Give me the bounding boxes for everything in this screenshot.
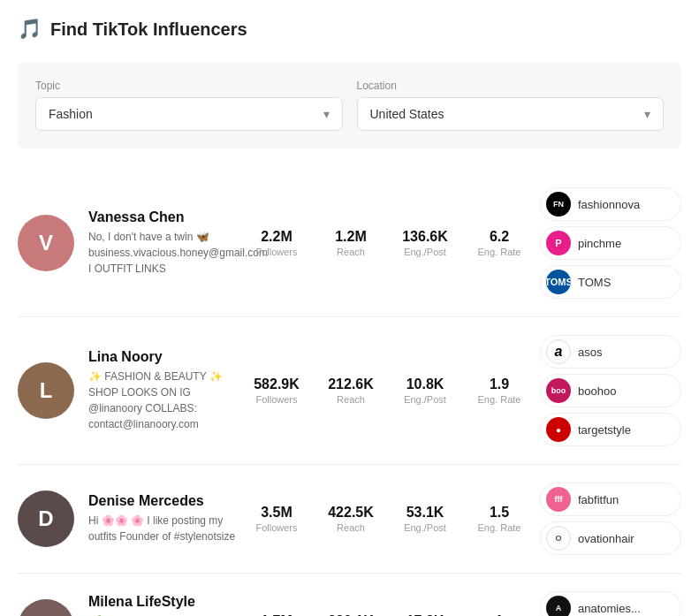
brand-name: anatomies... — [578, 602, 641, 615]
stat-value: 1.2M — [324, 229, 377, 245]
page-container: 🎵 Find TikTok Influencers Topic Fashion … — [0, 0, 699, 616]
brand-name: fashionnova — [578, 198, 640, 211]
avatar: L — [18, 362, 74, 419]
stat-value: 3.5M — [250, 505, 303, 521]
brand-logo: O — [546, 526, 571, 551]
brand-item[interactable]: TOMSTOMS — [540, 265, 681, 299]
influencer-name: Denise Mercedes — [88, 493, 236, 509]
influencer-card[interactable]: DDenise MercedesHi 🌸🌸 🌸 I like posting m… — [18, 465, 681, 574]
influencer-list: VVanessa ChenNo, I don't have a twin 🦋 b… — [18, 170, 681, 616]
influencer-bio: No, I don't have a twin 🦋 business.vivac… — [88, 229, 236, 277]
stat-label: Eng./Post — [399, 247, 452, 257]
brand-item[interactable]: aasos — [540, 335, 681, 369]
location-chevron-icon: ▾ — [644, 107, 650, 121]
influencer-bio: Hi 🌸🌸 🌸 I like posting my outfits Founde… — [88, 513, 236, 544]
stat-label: Eng. Rate — [473, 522, 526, 533]
brand-logo: boo — [546, 378, 571, 403]
brand-name: targetstyle — [578, 423, 631, 437]
influencer-stats: 2.2MFollowers1.2MReach136.6KEng./Post6.2… — [250, 229, 526, 257]
influencer-name: Vanessa Chen — [88, 209, 236, 225]
brand-item[interactable]: FNfashionnova — [540, 187, 681, 221]
brand-item[interactable]: ●targetstyle — [540, 413, 681, 446]
stat-label: Eng./Post — [399, 522, 452, 533]
stat-reach: 1.2MReach — [324, 229, 377, 257]
stat-eng_rate: 6.2Eng. Rate — [473, 229, 526, 257]
stat-followers: 3.5MFollowers — [250, 505, 303, 533]
stat-value: 136.6K — [399, 229, 452, 245]
stat-eng_per_post: 136.6KEng./Post — [399, 229, 452, 257]
brand-item[interactable]: ffffabfitfun — [540, 483, 681, 516]
avatar: D — [18, 491, 74, 547]
stat-label: Reach — [324, 394, 377, 405]
stat-value: 2.2M — [250, 229, 303, 245]
location-label: Location — [357, 80, 665, 92]
stat-value: 6.2 — [473, 229, 526, 245]
page-header: 🎵 Find TikTok Influencers — [18, 18, 681, 41]
stat-value: 422.5K — [324, 505, 377, 521]
stat-value: 582.9K — [250, 376, 303, 392]
location-select[interactable]: United States ▾ — [357, 97, 665, 131]
brand-name: fabfitfun — [578, 493, 619, 506]
brand-logo: FN — [546, 192, 571, 217]
brand-list: ffffabfitfunOovationhair — [540, 483, 681, 555]
topic-value: Fashion — [49, 107, 93, 121]
stat-value: 1.5 — [473, 505, 526, 521]
stat-label: Eng./Post — [399, 394, 452, 405]
brand-list: Aanatomies...Ttanqueray... — [540, 591, 681, 616]
topic-chevron-icon: ▾ — [323, 107, 330, 121]
brand-logo: P — [546, 231, 571, 255]
brand-item[interactable]: Aanatomies... — [540, 591, 681, 616]
brand-logo: a — [546, 339, 571, 364]
topic-label: Topic — [35, 80, 343, 92]
stat-eng_per_post: 53.1KEng./Post — [399, 505, 452, 533]
stat-label: Followers — [250, 394, 303, 405]
brand-logo: A — [546, 596, 571, 616]
influencer-card[interactable]: MMilena LifeStyle🌿Feel Confident with Af… — [18, 574, 681, 616]
brand-logo: fff — [546, 487, 571, 512]
stat-reach: 212.6KReach — [324, 376, 377, 405]
stat-value: 53.1K — [399, 505, 452, 521]
brand-name: TOMS — [578, 276, 611, 289]
stat-eng_per_post: 10.8KEng./Post — [399, 376, 452, 405]
brand-item[interactable]: booboohoo — [540, 374, 681, 407]
stat-eng_rate: 1.9Eng. Rate — [473, 376, 526, 405]
stat-value: 212.6K — [324, 376, 377, 392]
stat-value: 1.9 — [473, 376, 526, 392]
brand-item[interactable]: Oovationhair — [540, 521, 681, 555]
influencer-card[interactable]: LLina Noory✨ FASHION & BEAUTY ✨ SHOP LOO… — [18, 317, 681, 465]
stat-label: Eng. Rate — [473, 394, 526, 405]
influencer-info: Denise MercedesHi 🌸🌸 🌸 I like posting my… — [88, 493, 236, 544]
stat-label: Reach — [324, 247, 377, 257]
location-value: United States — [370, 107, 444, 121]
topic-filter-group: Topic Fashion ▾ — [35, 80, 343, 131]
influencer-bio: ✨ FASHION & BEAUTY ✨ SHOP LOOKS ON IG @l… — [88, 369, 236, 432]
brand-logo: TOMS — [546, 270, 571, 294]
brand-logo: ● — [546, 417, 571, 442]
influencer-info: Lina Noory✨ FASHION & BEAUTY ✨ SHOP LOOK… — [88, 349, 236, 432]
brand-item[interactable]: Ppinchme — [540, 226, 681, 260]
influencer-name: Lina Noory — [88, 349, 236, 365]
stat-value: 10.8K — [399, 376, 452, 392]
topic-select[interactable]: Fashion ▾ — [35, 97, 343, 131]
location-filter-group: Location United States ▾ — [357, 80, 665, 131]
influencer-info: Milena LifeStyle🌿Feel Confident with Aff… — [88, 594, 236, 616]
stat-label: Followers — [250, 247, 303, 257]
filters-bar: Topic Fashion ▾ Location United States ▾ — [18, 62, 681, 148]
brand-list: FNfashionnovaPpinchmeTOMSTOMS — [540, 187, 681, 299]
tiktok-icon: 🎵 — [18, 18, 42, 41]
page-title: Find TikTok Influencers — [50, 19, 247, 40]
brand-name: pinchme — [578, 237, 621, 250]
stat-reach: 422.5KReach — [324, 505, 377, 533]
stat-label: Eng. Rate — [473, 247, 526, 257]
stat-label: Followers — [250, 522, 303, 533]
influencer-card[interactable]: VVanessa ChenNo, I don't have a twin 🦋 b… — [18, 170, 681, 317]
avatar: V — [18, 215, 74, 271]
influencer-stats: 582.9KFollowers212.6KReach10.8KEng./Post… — [250, 376, 526, 405]
avatar: M — [18, 599, 74, 616]
stat-followers: 582.9KFollowers — [250, 376, 303, 405]
influencer-info: Vanessa ChenNo, I don't have a twin 🦋 bu… — [88, 209, 236, 277]
brand-list: aasosbooboohoo●targetstyle — [540, 335, 681, 446]
stat-eng_rate: 1.5Eng. Rate — [473, 505, 526, 533]
brand-name: boohoo — [578, 384, 616, 398]
brand-name: asos — [578, 346, 602, 359]
